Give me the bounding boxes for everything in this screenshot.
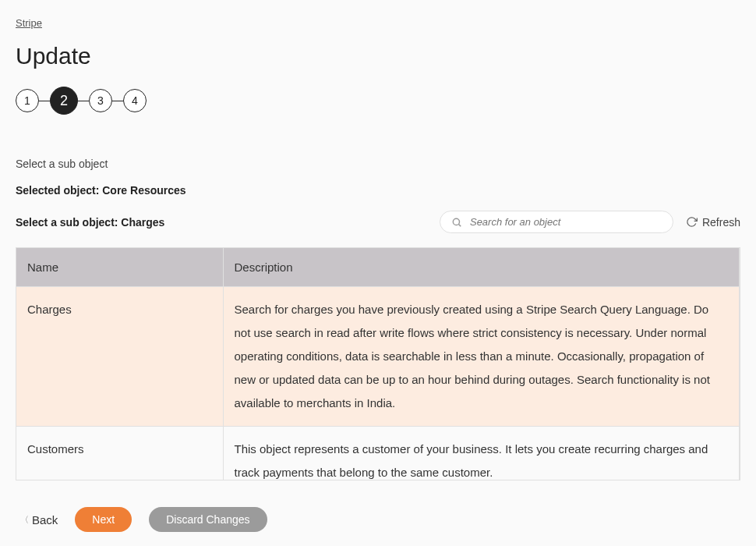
table-row[interactable]: Customers This object represents a custo…: [16, 427, 740, 480]
back-label: Back: [32, 513, 58, 526]
column-header-name: Name: [16, 248, 223, 287]
object-table: Name Description Charges Search for char…: [16, 247, 740, 480]
select-sub-label: Select a sub object: Charges: [16, 216, 164, 229]
selected-object-label: Selected object: Core Resources: [16, 184, 740, 197]
next-button[interactable]: Next: [75, 507, 132, 532]
column-header-description: Description: [223, 248, 740, 287]
step-connector: [112, 101, 123, 101]
search-icon: [451, 217, 462, 228]
svg-point-0: [453, 218, 459, 225]
cell-name: Customers: [16, 427, 223, 480]
step-1[interactable]: 1: [16, 89, 39, 112]
chevron-left-icon: 〈: [20, 514, 29, 526]
refresh-icon: [686, 216, 698, 228]
page-title: Update: [16, 43, 740, 69]
step-connector: [78, 101, 89, 101]
instruction-text: Select a sub object: [16, 158, 740, 170]
footer-buttons: 〈 Back Next Discard Changes: [16, 507, 740, 532]
refresh-label: Refresh: [702, 216, 740, 229]
cell-name: Charges: [16, 287, 223, 427]
breadcrumb[interactable]: Stripe: [16, 17, 42, 29]
step-connector: [39, 101, 50, 101]
step-4[interactable]: 4: [123, 89, 147, 112]
step-3[interactable]: 3: [89, 89, 112, 112]
cell-description: This object represents a customer of you…: [223, 427, 740, 480]
step-2[interactable]: 2: [50, 87, 78, 115]
svg-line-1: [459, 224, 461, 226]
back-button[interactable]: 〈 Back: [20, 513, 58, 526]
search-wrapper[interactable]: [440, 211, 673, 233]
search-input[interactable]: [470, 216, 662, 228]
discard-button[interactable]: Discard Changes: [149, 507, 267, 532]
table-header-row: Name Description: [16, 248, 740, 287]
cell-description: Search for charges you have previously c…: [223, 287, 740, 427]
refresh-button[interactable]: Refresh: [686, 216, 740, 229]
table-scroll[interactable]: Name Description Charges Search for char…: [16, 248, 740, 480]
table-row[interactable]: Charges Search for charges you have prev…: [16, 287, 740, 427]
stepper: 1 2 3 4: [16, 87, 740, 115]
